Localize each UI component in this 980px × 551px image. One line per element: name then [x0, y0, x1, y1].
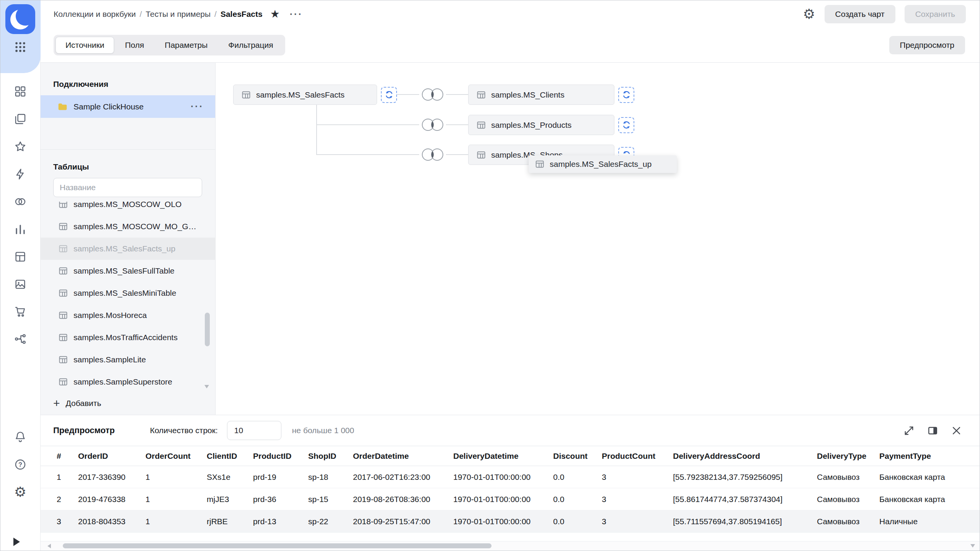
column-header: OrderCount — [145, 446, 207, 466]
column-header: DeliveryAddressCoord — [673, 446, 817, 466]
row-count-input[interactable] — [227, 421, 281, 440]
table-cell: prd-13 — [253, 510, 308, 533]
expand-preview-icon[interactable] — [903, 425, 915, 436]
table-cell: 2019-476338 — [78, 488, 145, 510]
join-icon[interactable] — [419, 86, 446, 103]
preview-toggle-button[interactable]: Предпросмотр — [889, 36, 965, 54]
table-cell: 2018-804353 — [78, 510, 145, 533]
table-cell: [55.861744774,37.587374304] — [673, 488, 817, 510]
horizontal-scrollbar[interactable] — [41, 541, 980, 551]
table-row[interactable]: 12017-3363901SXs1eprd-19sp-182017-06-02T… — [41, 466, 980, 488]
datasets-icon[interactable] — [11, 193, 29, 210]
dataset-settings-gear-icon[interactable]: ⚙ — [803, 7, 815, 21]
svg-text:?: ? — [18, 461, 22, 468]
row-count-hint: не больше 1 000 — [292, 426, 354, 435]
close-preview-icon[interactable] — [951, 425, 962, 436]
list-item-table[interactable]: samples.SampleLite — [41, 349, 215, 371]
joined-table-node[interactable]: samples.MS_Products — [468, 115, 634, 135]
collections-icon[interactable] — [11, 110, 29, 128]
join-canvas[interactable]: samples.MS_SalesFacts samples.MS_Clients — [216, 63, 980, 415]
create-chart-button[interactable]: Создать чарт — [825, 5, 895, 23]
charts-icon[interactable] — [11, 220, 29, 238]
preview-panel: Предпросмотр Количество строк: не больше… — [41, 415, 980, 551]
top-bar: Коллекции и воркбуки / Тесты и примеры /… — [41, 0, 980, 63]
list-item-table[interactable]: samples.MosHoreca — [41, 304, 215, 326]
connection-item[interactable]: Sample ClickHouse ··· — [41, 95, 215, 118]
list-item-table[interactable]: samples.MS_MOSCOW_MO_G… — [41, 215, 215, 238]
join-icon[interactable] — [419, 116, 446, 134]
dashboards-icon[interactable] — [11, 248, 29, 266]
table-search-input[interactable] — [53, 178, 202, 197]
table-row[interactable]: 32018-8043531rjRBEprd-13sp-222018-09-25T… — [41, 510, 980, 533]
breadcrumb: Коллекции и воркбуки / Тесты и примеры /… — [54, 10, 263, 19]
scrollbar-thumb[interactable] — [205, 313, 210, 346]
scroll-down-arrow-icon[interactable] — [204, 385, 209, 388]
dataset-tabs: Источники Поля Параметры Фильтрация — [54, 35, 285, 55]
table-cell: 1970-01-01T00:00:00 — [453, 510, 553, 533]
more-menu-icon[interactable]: ··· — [290, 9, 303, 20]
refresh-button[interactable] — [618, 87, 634, 103]
table-row[interactable]: 22019-4763381mjJE3prd-36sp-152019-08-26T… — [41, 488, 980, 510]
root-table-node[interactable]: samples.MS_SalesFacts — [233, 85, 397, 105]
column-header: Discount — [553, 446, 602, 466]
list-item-table[interactable]: samples.MS_MOSCOW_OLO — [41, 202, 215, 215]
column-header: # — [41, 446, 78, 466]
scrollbar-thumb[interactable] — [63, 543, 492, 548]
datalens-logo[interactable] — [5, 4, 35, 34]
tab-sources[interactable]: Источники — [56, 37, 114, 54]
drag-preview-label: samples.MS_SalesFacts_up — [550, 160, 652, 169]
services-flow-icon[interactable] — [11, 330, 29, 348]
table-name: samples.MS_SalesFacts_up — [74, 244, 175, 253]
marketplace-cart-icon[interactable] — [11, 303, 29, 320]
breadcrumb-collections[interactable]: Коллекции и воркбуки — [54, 10, 136, 19]
connection-more-icon[interactable]: ··· — [191, 101, 204, 112]
refresh-button[interactable] — [618, 117, 634, 133]
refresh-icon — [384, 90, 394, 100]
list-item-table[interactable]: samples.MS_SalesMiniTable — [41, 282, 215, 304]
list-item-table[interactable]: samples.MS_SalesFullTable — [41, 260, 215, 282]
gallery-icon[interactable] — [11, 276, 29, 293]
table-name: samples.MS_SalesMiniTable — [74, 289, 176, 298]
apps-grid-icon[interactable] — [11, 38, 29, 56]
tab-filtering[interactable]: Фильтрация — [218, 37, 283, 54]
table-cell: Самовывоз — [817, 510, 879, 533]
split-view-icon[interactable] — [927, 425, 938, 436]
table-cell: 0.0 — [553, 510, 602, 533]
panel-divider — [41, 149, 215, 150]
preview-data-table: #OrderIDOrderCountClientIDProductIDShopI… — [41, 446, 980, 533]
table-name: samples.MS_MOSCOW_OLO — [74, 202, 181, 209]
breadcrumb-workbook[interactable]: Тесты и примеры — [145, 10, 211, 19]
list-item-table[interactable]: samples.SampleSuperstore — [41, 371, 215, 393]
scroll-left-arrow-icon[interactable] — [47, 544, 51, 548]
refresh-icon — [621, 120, 632, 130]
list-item-table[interactable]: samples.MosTrafficAccidents — [41, 326, 215, 349]
table-cell: 2017-06-02T16:23:00 — [353, 466, 453, 488]
list-item-table-disabled: samples.MS_SalesFacts_up — [41, 238, 215, 260]
notifications-bell-icon[interactable] — [11, 428, 29, 445]
favorites-star-icon[interactable] — [11, 138, 29, 155]
connector-line — [446, 154, 468, 155]
joined-table-node[interactable]: samples.MS_Clients — [468, 85, 634, 105]
sidebar-expand-icon[interactable] — [13, 538, 20, 546]
tables-scrollbar[interactable] — [205, 202, 210, 393]
tab-parameters[interactable]: Параметры — [155, 37, 217, 54]
settings-gear-icon[interactable]: ⚙ — [11, 483, 29, 501]
table-cell: 1 — [145, 466, 207, 488]
scroll-down-arrow-icon[interactable] — [970, 544, 975, 548]
help-icon[interactable]: ? — [11, 456, 29, 473]
table-cell: 2 — [41, 488, 78, 510]
connections-lightning-icon[interactable] — [11, 165, 29, 183]
add-table-button[interactable]: + Добавить — [53, 395, 101, 412]
preview-table-body: 12017-3363901SXs1eprd-19sp-182017-06-02T… — [41, 466, 980, 533]
tab-fields[interactable]: Поля — [115, 37, 154, 54]
table-name: samples.MosHoreca — [74, 311, 147, 320]
refresh-button[interactable] — [381, 87, 397, 103]
connector-line — [446, 94, 468, 95]
table-cell: 0.0 — [553, 466, 602, 488]
blocks-icon[interactable] — [11, 83, 29, 100]
save-button[interactable]: Сохранить — [905, 5, 966, 23]
table-cell: 2018-09-25T15:47:00 — [353, 510, 453, 533]
favorite-star-icon[interactable]: ★ — [270, 9, 280, 20]
row-count-label: Количество строк: — [150, 426, 218, 435]
join-icon[interactable] — [419, 146, 446, 163]
